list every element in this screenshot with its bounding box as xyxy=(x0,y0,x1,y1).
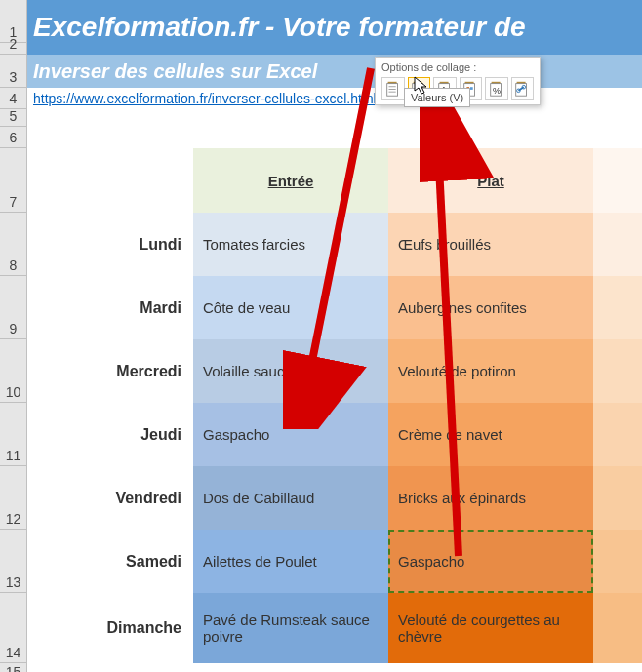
extra-cell xyxy=(593,339,642,403)
header-plat[interactable]: Plat xyxy=(388,148,593,213)
source-link[interactable]: https://www.excelformation.fr/inverser-c… xyxy=(33,91,377,106)
table-row: Lundi Tomates farcies Œufs brouillés xyxy=(27,213,642,276)
day-label[interactable]: Dimanche xyxy=(27,593,193,663)
plat-cell[interactable]: Œufs brouillés xyxy=(388,213,593,276)
row-header-12[interactable]: 12 xyxy=(0,466,26,530)
table-row: Samedi Ailettes de Poulet Gaspacho xyxy=(27,530,642,593)
plat-cell[interactable]: Crème de navet xyxy=(388,403,593,466)
table-row: Vendredi Dos de Cabillaud Bricks aux épi… xyxy=(27,466,642,530)
row-header-7[interactable]: 7 xyxy=(0,148,26,213)
paste-options-title: Options de collage : xyxy=(381,61,534,73)
row-header-8[interactable]: 8 xyxy=(0,213,26,276)
plat-cell-copied[interactable]: Gaspacho xyxy=(388,530,593,593)
day-label[interactable]: Lundi xyxy=(27,213,193,276)
row-headers: 1 2 3 4 5 6 7 8 9 10 11 12 13 14 15 xyxy=(0,0,27,672)
day-label[interactable]: Vendredi xyxy=(27,466,193,530)
svg-rect-2 xyxy=(388,86,395,87)
row-header-2[interactable]: 2 xyxy=(0,43,26,55)
table-row: Mercredi Volaille sauce moutarde Velouté… xyxy=(27,339,642,403)
row-header-4[interactable]: 4 xyxy=(0,88,26,109)
header-extra xyxy=(593,148,642,213)
row-header-11[interactable]: 11 xyxy=(0,403,26,466)
day-label[interactable]: Samedi xyxy=(27,530,193,593)
svg-text:%: % xyxy=(493,86,501,96)
table-row: Jeudi Gaspacho Crème de navet xyxy=(27,403,642,466)
entree-cell[interactable]: Ailettes de Poulet xyxy=(193,530,388,593)
worksheet: Excelformation.fr - Votre formateur de I… xyxy=(27,0,642,672)
row-header-15[interactable]: 15 xyxy=(0,663,26,672)
mouse-cursor-icon xyxy=(414,76,429,96)
page-subtitle: Inverser des cellules sur Excel xyxy=(27,55,642,88)
table-row: Dimanche Pavé de Rumsteak sauce poivre V… xyxy=(27,593,642,663)
header-entree[interactable]: Entrée xyxy=(193,148,388,213)
table-header-row: Entrée Plat xyxy=(27,148,642,213)
link-row: https://www.excelformation.fr/inverser-c… xyxy=(27,88,642,109)
svg-rect-4 xyxy=(388,92,395,93)
header-day xyxy=(27,148,193,213)
extra-cell xyxy=(593,466,642,530)
svg-rect-3 xyxy=(388,89,395,90)
extra-cell xyxy=(593,593,642,663)
extra-cell xyxy=(593,530,642,593)
paste-all-icon[interactable] xyxy=(381,77,405,100)
entree-cell[interactable]: Tomates farcies xyxy=(193,213,388,276)
entree-cell[interactable]: Gaspacho xyxy=(193,403,388,466)
plat-cell[interactable]: Velouté de potiron xyxy=(388,339,593,403)
row-header-14[interactable]: 14 xyxy=(0,593,26,663)
entree-cell[interactable]: Côte de veau xyxy=(193,276,388,339)
entree-cell[interactable]: Dos de Cabillaud xyxy=(193,466,388,530)
plat-cell[interactable]: Velouté de courgettes au chèvre xyxy=(388,593,593,663)
row-header-6[interactable]: 6 xyxy=(0,127,26,148)
menu-table: Entrée Plat Lundi Tomates farcies Œufs b… xyxy=(27,148,642,663)
extra-cell xyxy=(593,213,642,276)
day-label[interactable]: Mardi xyxy=(27,276,193,339)
table-row: Mardi Côte de veau Aubergines confites xyxy=(27,276,642,339)
plat-cell[interactable]: Aubergines confites xyxy=(388,276,593,339)
row-header-5[interactable]: 5 xyxy=(0,109,26,127)
day-label[interactable]: Jeudi xyxy=(27,403,193,466)
entree-cell[interactable]: Volaille sauce moutarde xyxy=(193,339,388,403)
extra-cell xyxy=(593,403,642,466)
entree-cell[interactable]: Pavé de Rumsteak sauce poivre xyxy=(193,593,388,663)
plat-cell[interactable]: Bricks aux épinards xyxy=(388,466,593,530)
day-label[interactable]: Mercredi xyxy=(27,339,193,403)
paste-link-icon[interactable] xyxy=(511,77,535,100)
svg-rect-14 xyxy=(470,87,473,90)
spacer-row-6 xyxy=(27,127,642,148)
spacer-row-5 xyxy=(27,109,642,127)
row-header-10[interactable]: 10 xyxy=(0,339,26,403)
paste-percent-icon[interactable]: % xyxy=(485,77,508,100)
row-header-9[interactable]: 9 xyxy=(0,276,26,339)
extra-cell xyxy=(593,276,642,339)
row-header-13[interactable]: 13 xyxy=(0,530,26,593)
row-header-3[interactable]: 3 xyxy=(0,55,26,88)
page-title: Excelformation.fr - Votre formateur de xyxy=(27,0,642,55)
